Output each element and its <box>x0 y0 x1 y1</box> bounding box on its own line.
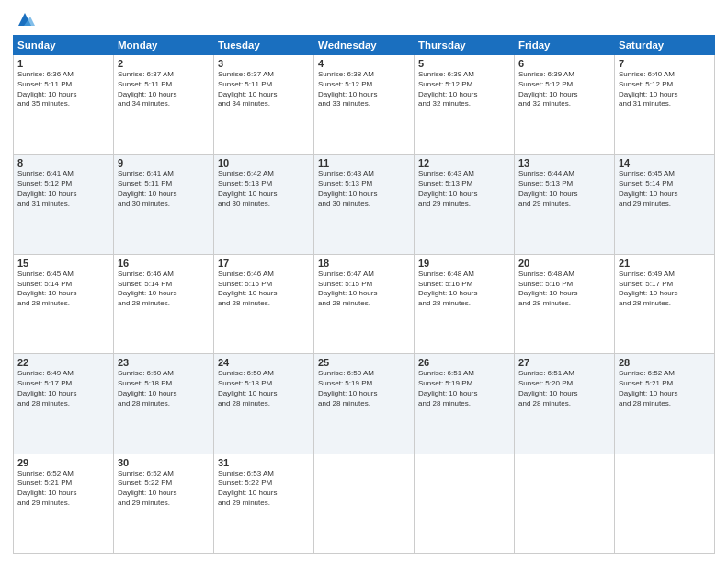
day-info: Sunrise: 6:39 AM Sunset: 5:12 PM Dayligh… <box>518 70 610 109</box>
day-info: Sunrise: 6:53 AM Sunset: 5:22 PM Dayligh… <box>218 469 310 509</box>
day-info: Sunrise: 6:45 AM Sunset: 5:14 PM Dayligh… <box>619 169 711 209</box>
logo <box>13 11 35 28</box>
weekday-header-row: SundayMondayTuesdayWednesdayThursdayFrid… <box>14 36 715 55</box>
day-number: 6 <box>518 58 610 69</box>
day-number: 9 <box>118 157 210 168</box>
calendar-cell: 26Sunrise: 6:51 AM Sunset: 5:19 PM Dayli… <box>415 354 515 454</box>
day-number: 18 <box>318 258 410 269</box>
day-number: 28 <box>619 357 711 368</box>
calendar-cell: 28Sunrise: 6:52 AM Sunset: 5:21 PM Dayli… <box>615 354 715 454</box>
weekday-header-wednesday: Wednesday <box>314 36 415 55</box>
week-row-3: 15Sunrise: 6:45 AM Sunset: 5:14 PM Dayli… <box>14 254 715 353</box>
calendar-cell: 8Sunrise: 6:41 AM Sunset: 5:12 PM Daylig… <box>14 155 114 254</box>
calendar-cell: 1Sunrise: 6:36 AM Sunset: 5:11 PM Daylig… <box>14 55 114 155</box>
day-info: Sunrise: 6:48 AM Sunset: 5:16 PM Dayligh… <box>518 270 610 309</box>
day-info: Sunrise: 6:46 AM Sunset: 5:15 PM Dayligh… <box>218 270 310 309</box>
day-number: 10 <box>218 157 310 168</box>
day-info: Sunrise: 6:37 AM Sunset: 5:11 PM Dayligh… <box>218 70 310 109</box>
day-info: Sunrise: 6:40 AM Sunset: 5:12 PM Dayligh… <box>619 70 711 109</box>
page-header <box>13 11 715 28</box>
day-info: Sunrise: 6:41 AM Sunset: 5:12 PM Dayligh… <box>17 169 109 209</box>
day-number: 21 <box>619 258 711 269</box>
calendar-cell: 20Sunrise: 6:48 AM Sunset: 5:16 PM Dayli… <box>515 254 615 353</box>
day-info: Sunrise: 6:43 AM Sunset: 5:13 PM Dayligh… <box>318 169 410 209</box>
day-number: 11 <box>318 157 410 168</box>
calendar-cell: 27Sunrise: 6:51 AM Sunset: 5:20 PM Dayli… <box>515 354 615 454</box>
day-info: Sunrise: 6:41 AM Sunset: 5:11 PM Dayligh… <box>118 169 210 209</box>
day-number: 3 <box>218 58 310 69</box>
calendar-cell: 7Sunrise: 6:40 AM Sunset: 5:12 PM Daylig… <box>615 55 715 155</box>
day-number: 25 <box>318 357 410 368</box>
day-number: 15 <box>17 258 109 269</box>
calendar-cell: 23Sunrise: 6:50 AM Sunset: 5:18 PM Dayli… <box>114 354 214 454</box>
day-number: 17 <box>218 258 310 269</box>
day-info: Sunrise: 6:43 AM Sunset: 5:13 PM Dayligh… <box>418 169 510 209</box>
calendar-table: SundayMondayTuesdayWednesdayThursdayFrid… <box>13 35 715 554</box>
day-info: Sunrise: 6:48 AM Sunset: 5:16 PM Dayligh… <box>418 270 510 309</box>
day-info: Sunrise: 6:52 AM Sunset: 5:21 PM Dayligh… <box>619 369 711 408</box>
day-info: Sunrise: 6:36 AM Sunset: 5:11 PM Dayligh… <box>17 70 109 109</box>
calendar-cell: 4Sunrise: 6:38 AM Sunset: 5:12 PM Daylig… <box>314 55 415 155</box>
day-info: Sunrise: 6:52 AM Sunset: 5:22 PM Dayligh… <box>118 469 210 509</box>
day-number: 5 <box>418 58 510 69</box>
day-info: Sunrise: 6:51 AM Sunset: 5:19 PM Dayligh… <box>418 369 510 408</box>
day-number: 22 <box>17 357 109 368</box>
day-number: 29 <box>17 457 109 468</box>
weekday-header-sunday: Sunday <box>14 36 114 55</box>
calendar-cell: 18Sunrise: 6:47 AM Sunset: 5:15 PM Dayli… <box>314 254 415 353</box>
day-number: 26 <box>418 357 510 368</box>
day-info: Sunrise: 6:46 AM Sunset: 5:14 PM Dayligh… <box>118 270 210 309</box>
calendar-cell: 16Sunrise: 6:46 AM Sunset: 5:14 PM Dayli… <box>114 254 214 353</box>
day-info: Sunrise: 6:45 AM Sunset: 5:14 PM Dayligh… <box>17 270 109 309</box>
logo-text <box>13 11 35 28</box>
day-number: 7 <box>619 58 711 69</box>
weekday-header-thursday: Thursday <box>415 36 515 55</box>
week-row-1: 1Sunrise: 6:36 AM Sunset: 5:11 PM Daylig… <box>14 55 715 155</box>
calendar-cell <box>415 454 515 553</box>
calendar-cell <box>515 454 615 553</box>
week-row-5: 29Sunrise: 6:52 AM Sunset: 5:21 PM Dayli… <box>14 454 715 553</box>
calendar-cell: 24Sunrise: 6:50 AM Sunset: 5:18 PM Dayli… <box>214 354 314 454</box>
day-number: 23 <box>118 357 210 368</box>
day-info: Sunrise: 6:39 AM Sunset: 5:12 PM Dayligh… <box>418 70 510 109</box>
calendar-cell: 22Sunrise: 6:49 AM Sunset: 5:17 PM Dayli… <box>14 354 114 454</box>
calendar-cell: 19Sunrise: 6:48 AM Sunset: 5:16 PM Dayli… <box>415 254 515 353</box>
day-info: Sunrise: 6:49 AM Sunset: 5:17 PM Dayligh… <box>619 270 711 309</box>
day-number: 1 <box>17 58 109 69</box>
day-number: 14 <box>619 157 711 168</box>
calendar-cell: 25Sunrise: 6:50 AM Sunset: 5:19 PM Dayli… <box>314 354 415 454</box>
day-info: Sunrise: 6:44 AM Sunset: 5:13 PM Dayligh… <box>518 169 610 209</box>
day-info: Sunrise: 6:37 AM Sunset: 5:11 PM Dayligh… <box>118 70 210 109</box>
day-info: Sunrise: 6:50 AM Sunset: 5:18 PM Dayligh… <box>118 369 210 408</box>
calendar-cell: 11Sunrise: 6:43 AM Sunset: 5:13 PM Dayli… <box>314 155 415 254</box>
day-number: 31 <box>218 457 310 468</box>
calendar-cell: 3Sunrise: 6:37 AM Sunset: 5:11 PM Daylig… <box>214 55 314 155</box>
calendar-cell: 21Sunrise: 6:49 AM Sunset: 5:17 PM Dayli… <box>615 254 715 353</box>
calendar-cell <box>615 454 715 553</box>
day-number: 13 <box>518 157 610 168</box>
calendar-cell: 30Sunrise: 6:52 AM Sunset: 5:22 PM Dayli… <box>114 454 214 553</box>
calendar-cell: 13Sunrise: 6:44 AM Sunset: 5:13 PM Dayli… <box>515 155 615 254</box>
day-info: Sunrise: 6:50 AM Sunset: 5:19 PM Dayligh… <box>318 369 410 408</box>
day-number: 27 <box>518 357 610 368</box>
weekday-header-monday: Monday <box>114 36 214 55</box>
weekday-header-tuesday: Tuesday <box>214 36 314 55</box>
calendar-page: SundayMondayTuesdayWednesdayThursdayFrid… <box>0 0 728 563</box>
calendar-cell: 12Sunrise: 6:43 AM Sunset: 5:13 PM Dayli… <box>415 155 515 254</box>
day-info: Sunrise: 6:49 AM Sunset: 5:17 PM Dayligh… <box>17 369 109 408</box>
week-row-2: 8Sunrise: 6:41 AM Sunset: 5:12 PM Daylig… <box>14 155 715 254</box>
day-number: 16 <box>118 258 210 269</box>
day-info: Sunrise: 6:50 AM Sunset: 5:18 PM Dayligh… <box>218 369 310 408</box>
day-info: Sunrise: 6:42 AM Sunset: 5:13 PM Dayligh… <box>218 169 310 209</box>
day-number: 4 <box>318 58 410 69</box>
calendar-cell: 2Sunrise: 6:37 AM Sunset: 5:11 PM Daylig… <box>114 55 214 155</box>
day-number: 19 <box>418 258 510 269</box>
calendar-cell: 5Sunrise: 6:39 AM Sunset: 5:12 PM Daylig… <box>415 55 515 155</box>
day-info: Sunrise: 6:51 AM Sunset: 5:20 PM Dayligh… <box>518 369 610 408</box>
day-number: 24 <box>218 357 310 368</box>
day-info: Sunrise: 6:38 AM Sunset: 5:12 PM Dayligh… <box>318 70 410 109</box>
day-number: 20 <box>518 258 610 269</box>
week-row-4: 22Sunrise: 6:49 AM Sunset: 5:17 PM Dayli… <box>14 354 715 454</box>
calendar-cell: 9Sunrise: 6:41 AM Sunset: 5:11 PM Daylig… <box>114 155 214 254</box>
weekday-header-friday: Friday <box>515 36 615 55</box>
